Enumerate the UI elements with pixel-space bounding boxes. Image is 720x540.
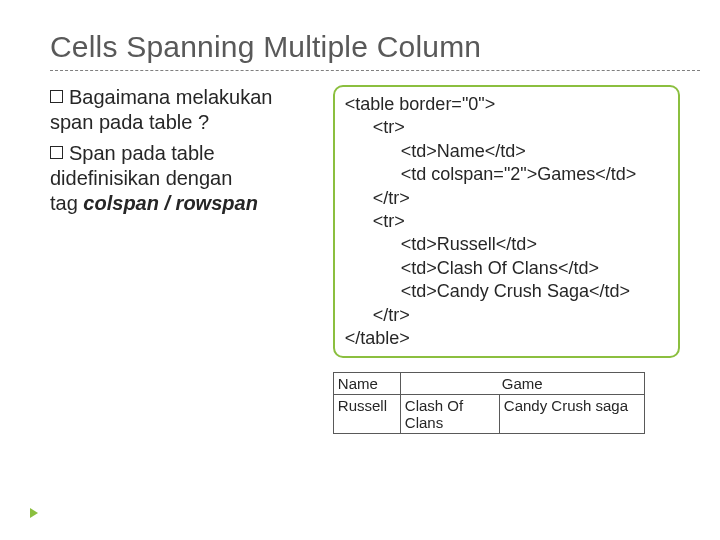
result-table: Name Game Russell Clash Of Clans Candy C… xyxy=(333,372,645,434)
bullet-2-line1: Span pada table xyxy=(69,142,215,164)
table-header-game: Game xyxy=(400,373,644,395)
code-line: <tr> xyxy=(373,210,668,233)
code-line: <table border="0"> xyxy=(345,93,668,116)
code-line: <td>Name</td> xyxy=(401,140,668,163)
code-line: <td>Candy Crush Saga</td> xyxy=(401,280,668,303)
code-line: <tr> xyxy=(373,116,668,139)
table-cell-game2: Candy Crush saga xyxy=(499,395,644,434)
bullet-2-line3: tag colspan / rowspan xyxy=(50,191,323,216)
table-cell-game1: Clash Of Clans xyxy=(400,395,499,434)
slide-title: Cells Spanning Multiple Column xyxy=(50,30,680,64)
title-divider xyxy=(50,70,700,71)
bullet-2: Span pada table didefinisikan dengan tag… xyxy=(50,141,323,216)
code-line: </tr> xyxy=(373,187,668,210)
code-line: <td>Russell</td> xyxy=(401,233,668,256)
table-row: Russell Clash Of Clans Candy Crush saga xyxy=(333,395,644,434)
code-line: </tr> xyxy=(373,304,668,327)
table-cell-name: Russell xyxy=(333,395,400,434)
bullet-2-emph: colspan / rowspan xyxy=(83,192,257,214)
corner-arrow-icon xyxy=(30,508,38,518)
table-header-name: Name xyxy=(333,373,400,395)
bullet-square-icon xyxy=(50,90,63,103)
code-box: <table border="0"> <tr> <td>Name</td> <t… xyxy=(333,85,680,358)
bullet-1: Bagaimana melakukan span pada table ? xyxy=(50,85,323,135)
bullet-1-line1: Bagaimana melakukan xyxy=(69,86,272,108)
bullet-2-line2: didefinisikan dengan xyxy=(50,166,323,191)
bullet-1-line2: span pada table ? xyxy=(50,110,323,135)
slide: Cells Spanning Multiple Column Bagaimana… xyxy=(0,0,720,540)
left-column: Bagaimana melakukan span pada table ? Sp… xyxy=(50,85,333,434)
code-line: <td>Clash Of Clans</td> xyxy=(401,257,668,280)
code-line: </table> xyxy=(345,327,668,350)
content-columns: Bagaimana melakukan span pada table ? Sp… xyxy=(50,85,680,434)
bullet-square-icon xyxy=(50,146,63,159)
right-column: <table border="0"> <tr> <td>Name</td> <t… xyxy=(333,85,680,434)
table-row: Name Game xyxy=(333,373,644,395)
bullet-2-pre: tag xyxy=(50,192,83,214)
code-line: <td colspan="2">Games</td> xyxy=(401,163,668,186)
